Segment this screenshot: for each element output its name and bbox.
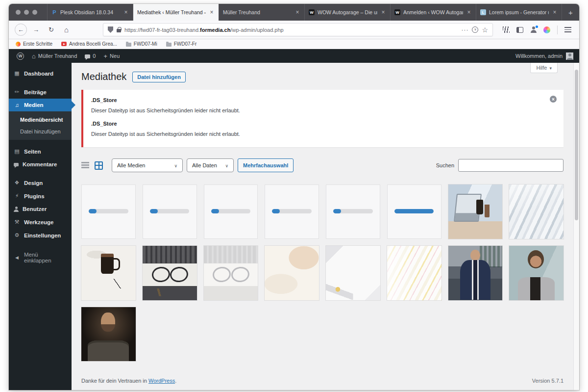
sidebar-menu-icon — [14, 163, 19, 166]
sidebar-toggle-icon[interactable] — [516, 27, 523, 33]
bookmark-item[interactable]: FWD07-Mi — [126, 41, 157, 47]
media-item[interactable] — [265, 184, 319, 239]
media-item[interactable] — [387, 184, 441, 239]
sidebar-menu-label: Plugins — [24, 193, 45, 199]
browser-tab[interactable]: WOW Autogarage – Die ungl — [304, 4, 390, 21]
bookmark-item[interactable]: Erste Schritte — [16, 41, 52, 47]
submenu-item[interactable]: Datei hinzufügen — [9, 126, 72, 137]
wp-admin-sidebar: Dashboard Beiträge Medien — [9, 63, 72, 390]
search-input[interactable] — [458, 159, 564, 172]
screenshot-root: Plesk Obsidian 18.0.34 Mediathek ‹ Mülle… — [0, 0, 588, 392]
reload-button[interactable] — [45, 24, 57, 36]
bookmark-label: Andrea Bocelli Grea... — [69, 41, 117, 47]
grid-view-button[interactable] — [95, 161, 103, 170]
tab-close-icon[interactable] — [466, 9, 472, 16]
sidebar-menu-item[interactable]: Dashboard — [9, 67, 72, 80]
media-item[interactable] — [204, 184, 258, 239]
dismiss-notice-button[interactable] — [550, 96, 557, 103]
menu-hamburger-icon[interactable] — [564, 27, 571, 32]
error-message: Dieser Dateityp ist aus Sicherheitsgründ… — [91, 107, 544, 113]
media-item[interactable] — [204, 246, 258, 300]
wordpress-link[interactable]: WordPress — [148, 378, 175, 384]
browser-tab[interactable]: Lorem ipsum - Generator und — [476, 4, 562, 21]
comments-menu[interactable]: 0 — [81, 49, 99, 63]
forward-button[interactable] — [30, 24, 42, 36]
library-icon[interactable] — [503, 26, 510, 33]
home-button[interactable] — [60, 24, 73, 36]
media-type-filter[interactable]: Alle Medien — [112, 158, 183, 172]
sidebar-menu-item[interactable]: Plugins — [9, 189, 72, 203]
tab-close-icon[interactable] — [380, 9, 386, 16]
media-item[interactable] — [81, 184, 136, 239]
submenu-item[interactable]: Medienübersicht — [9, 114, 72, 126]
bulk-select-button[interactable]: Mehrfachauswahl — [238, 158, 294, 172]
upload-progress-fill — [89, 209, 97, 213]
browser-tab[interactable]: Müller Treuhand — [219, 4, 304, 21]
media-item[interactable] — [326, 246, 380, 300]
sidebar-menu-item[interactable]: Beiträge — [9, 85, 72, 99]
sidebar-menu-item[interactable]: Seiten — [9, 145, 72, 158]
browser-tab[interactable]: Mediathek ‹ Müller Treuhand — W — [133, 4, 219, 21]
account-icon[interactable] — [530, 26, 537, 33]
error-notice: .DS_Store Dieser Dateityp ist aus Sicher… — [81, 90, 564, 147]
media-item[interactable] — [81, 246, 136, 300]
zoom-window-button[interactable] — [32, 10, 37, 15]
sidebar-menu-item[interactable]: Medien — [9, 99, 72, 111]
media-item[interactable] — [387, 246, 441, 300]
tab-close-icon[interactable] — [552, 9, 558, 16]
upload-progress-fill — [394, 209, 434, 213]
sidebar-menu-label: Seiten — [24, 149, 41, 155]
sidebar-menu-item[interactable]: Kommentare — [9, 158, 72, 171]
add-file-button[interactable]: Datei hinzufügen — [132, 72, 186, 82]
page-actions-icon[interactable] — [461, 26, 468, 33]
media-item[interactable] — [143, 246, 197, 300]
scrollbar-thumb[interactable] — [575, 70, 578, 220]
media-item[interactable] — [448, 184, 503, 239]
themes-icon[interactable] — [543, 26, 550, 33]
collapse-menu-button[interactable]: Menü einklappen — [9, 248, 72, 267]
pocket-icon[interactable] — [472, 26, 478, 33]
tab-close-icon[interactable] — [294, 9, 300, 16]
sidebar-menu-item[interactable]: Design — [9, 176, 72, 189]
tab-close-icon[interactable] — [123, 9, 129, 16]
url-bar[interactable]: https://fwd07-fr-tag03-treuhand.formedia… — [103, 23, 493, 36]
scrollbar-track[interactable] — [573, 63, 579, 390]
tab-close-icon[interactable] — [209, 9, 215, 16]
date-filter[interactable]: Alle Daten — [187, 158, 234, 172]
sidebar-menu-item[interactable]: Benutzer — [9, 203, 72, 215]
minimize-window-button[interactable] — [24, 10, 29, 15]
help-button[interactable]: Hilfe — [530, 63, 558, 73]
media-item[interactable] — [265, 246, 319, 300]
back-button[interactable] — [15, 24, 27, 36]
bookmark-star-icon[interactable] — [482, 26, 488, 34]
site-name-menu[interactable]: Müller Treuhand — [28, 49, 81, 63]
new-tab-button[interactable]: + — [562, 4, 579, 21]
browser-tab[interactable]: Plesk Obsidian 18.0.34 — [47, 4, 133, 21]
media-item[interactable] — [509, 246, 564, 300]
media-thumbnail — [265, 246, 319, 300]
media-item[interactable] — [143, 184, 197, 239]
sidebar-menu-item[interactable]: Werkzeuge — [9, 215, 72, 229]
media-item[interactable] — [81, 307, 136, 362]
secure-lock-icon[interactable] — [117, 29, 121, 32]
url-text[interactable]: https://fwd07-fr-tag03-treuhand.formedia… — [124, 27, 458, 33]
upload-error: .DS_Store Dieser Dateityp ist aus Sicher… — [91, 97, 544, 113]
new-content-menu[interactable]: Neu — [99, 49, 123, 63]
account-menu[interactable]: Willkommen, admin — [515, 52, 575, 60]
list-view-button[interactable] — [81, 162, 89, 169]
wordpress-logo-menu[interactable] — [13, 49, 28, 63]
bookmark-label: FWD07-Fr — [174, 41, 197, 47]
media-item[interactable] — [326, 184, 380, 239]
media-item[interactable] — [509, 184, 564, 239]
error-filename: .DS_Store — [91, 121, 544, 127]
bookmark-item[interactable]: Andrea Bocelli Grea... — [61, 41, 117, 47]
browser-tab[interactable]: Anmelden ‹ WOW Autogarag — [390, 4, 476, 21]
bookmark-label: Erste Schritte — [23, 41, 52, 47]
search-group: Suchen — [436, 159, 564, 172]
tracking-protection-shield-icon[interactable] — [108, 26, 113, 33]
sidebar-menu-label: Medien — [24, 102, 44, 108]
close-window-button[interactable] — [16, 10, 21, 15]
sidebar-menu-item[interactable]: Einstellungen — [9, 229, 72, 242]
bookmark-item[interactable]: FWD07-Fr — [166, 41, 197, 47]
media-item[interactable] — [448, 246, 503, 300]
